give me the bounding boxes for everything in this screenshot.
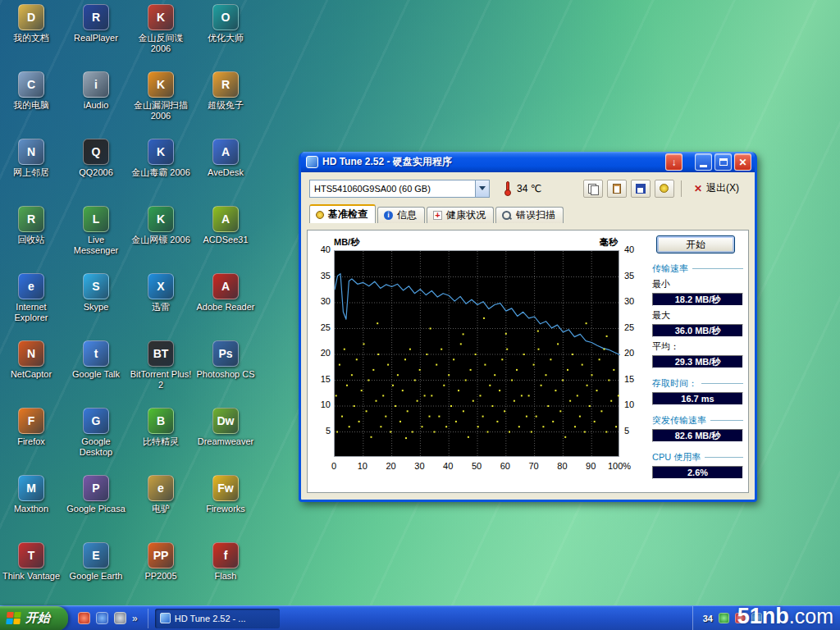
desktop-icon-27[interactable]: O优化大师	[194, 4, 257, 43]
save-button[interactable]	[631, 180, 651, 198]
result-min-value: 18.2 MB/秒	[652, 293, 743, 306]
app-icon: N	[18, 139, 44, 165]
x-tick: 30	[406, 461, 432, 471]
result-max-label: 最大	[652, 309, 743, 322]
desktop-icon-16[interactable]: PGoogle Picasa	[65, 475, 127, 514]
desktop-icon-20[interactable]: K金山毒霸 2006	[130, 139, 192, 178]
window-icon	[306, 156, 318, 168]
window-titlebar[interactable]: HD Tune 2.52 - 硬盘实用程序 ↓ ✕	[301, 152, 755, 172]
desktop-icon-10[interactable]: iiAudio	[65, 71, 127, 111]
desktop-icon-15[interactable]: GGoogle Desktop	[65, 408, 127, 457]
desktop-icon-23[interactable]: BTBitTorrent Plus! 2	[130, 340, 192, 390]
drive-select-value: HTS541060G9SA00 (60 GB)	[310, 184, 475, 194]
desktop-icon-label: NetCaptor	[0, 369, 62, 380]
desktop-icon-21[interactable]: K金山网镖 2006	[130, 206, 192, 245]
app-icon: E	[83, 542, 109, 568]
desktop-icon-19[interactable]: K金山漏洞扫描 2006	[130, 71, 192, 121]
desktop-icon-28[interactable]: R超级兔子	[194, 71, 257, 111]
app-icon: Fw	[212, 475, 239, 501]
app-icon: S	[83, 273, 109, 299]
desktop-icon-label: 我的文档	[0, 33, 62, 43]
desktop-icon-1[interactable]: C我的电脑	[0, 71, 62, 111]
desktop-icon-label: 迅雷	[130, 302, 192, 313]
desktop-icon-label: 金山毒霸 2006	[130, 167, 192, 178]
start-button[interactable]: 开始	[0, 606, 68, 630]
options-icon	[660, 184, 669, 193]
desktop-icon-25[interactable]: e电驴	[130, 475, 192, 514]
floppy-icon	[636, 184, 646, 194]
y-left-tick: 20	[311, 348, 331, 358]
desktop-icon-label: 金山网镖 2006	[130, 235, 192, 245]
desktop-icon-3[interactable]: R回收站	[0, 206, 62, 245]
desktop-icon-18[interactable]: K金山反间谍 2006	[130, 4, 192, 53]
tab-benchmark[interactable]: 基准检查	[309, 204, 376, 223]
quick-launch-chevron-icon[interactable]: »	[132, 613, 138, 624]
desktop-icon-22[interactable]: X迅雷	[130, 273, 192, 313]
tab-label: 健康状况	[446, 208, 486, 222]
tab-health[interactable]: +健康状况	[427, 207, 494, 223]
y-left-tick: 10	[311, 399, 331, 409]
desktop-icon-12[interactable]: LLive Messenger	[65, 206, 127, 255]
desktop-icon-24[interactable]: B比特精灵	[130, 408, 192, 447]
result-min-label: 最小	[652, 278, 743, 290]
desktop-icon-31[interactable]: AAdobe Reader	[194, 273, 257, 313]
desktop-icon-0[interactable]: D我的文档	[0, 4, 62, 43]
desktop-icon-29[interactable]: AAveDesk	[194, 139, 257, 178]
desktop-icon-label: Maxthon	[0, 504, 62, 514]
app-icon: B	[148, 408, 174, 434]
exit-button[interactable]: ✕ 退出(X)	[688, 179, 748, 198]
desktop-icon-5[interactable]: NNetCaptor	[0, 340, 62, 380]
hdtune-task-button[interactable]: HD Tune 2.52 - ...	[155, 609, 280, 628]
app-icon: D	[18, 4, 44, 30]
desktop-icon-32[interactable]: PsPhotoshop CS	[194, 340, 257, 380]
x-tick: 70	[521, 461, 547, 471]
app-icon: R	[18, 206, 44, 232]
app-icon: R	[212, 71, 239, 98]
app-icon: A	[212, 139, 239, 165]
tab-info[interactable]: i信息	[377, 207, 425, 223]
drive-select[interactable]: HTS541060G9SA00 (60 GB)	[309, 180, 490, 198]
app-icon: K	[148, 139, 174, 165]
desktop-icon-label: Google Desktop	[65, 436, 127, 457]
desktop-icon-26[interactable]: PPPP2005	[130, 542, 192, 582]
tray-icon-1[interactable]	[719, 613, 729, 623]
desktop-icon-14[interactable]: tGoogle Talk	[65, 340, 127, 380]
minimize-button[interactable]	[695, 153, 712, 171]
x-tick: 0	[321, 461, 347, 471]
desktop-icon-4[interactable]: eInternet Explorer	[0, 273, 62, 322]
desktop-icon-35[interactable]: fFlash	[194, 542, 257, 582]
copy-text-button[interactable]	[583, 180, 603, 198]
options-button[interactable]	[655, 180, 674, 198]
desktop-icon-33[interactable]: DwDreamweaver	[194, 408, 257, 447]
desktop-icon-11[interactable]: QQQ2006	[65, 139, 127, 178]
tab-label: 基准检查	[328, 208, 368, 221]
y-left-tick: 35	[311, 271, 331, 281]
quick-launch-icon-2[interactable]	[96, 612, 108, 624]
desktop-icon-6[interactable]: FFirefox	[0, 408, 62, 447]
desktop-icon-34[interactable]: FwFireworks	[194, 475, 257, 514]
tab-label: 错误扫描	[516, 208, 555, 222]
quick-launch-icon-3[interactable]	[114, 612, 126, 624]
desktop-icon-2[interactable]: N网上邻居	[0, 139, 62, 178]
results-column: 开始 传输速率最小18.2 MB/秒最大36.0 MB/秒平均：29.3 MB/…	[652, 235, 743, 489]
app-icon: A	[212, 273, 239, 299]
tab-scan[interactable]: 错误扫描	[495, 207, 564, 223]
exit-x-icon: ✕	[694, 183, 702, 194]
copy-image-button[interactable]	[607, 180, 627, 198]
start-benchmark-button[interactable]: 开始	[656, 235, 735, 253]
desktop-icon-7[interactable]: MMaxthon	[0, 475, 62, 514]
app-icon: i	[83, 71, 109, 98]
quick-launch-icon-1[interactable]	[78, 612, 90, 624]
desktop-icon-8[interactable]: TThink Vantage	[0, 542, 62, 582]
desktop-icon-13[interactable]: SSkype	[65, 273, 127, 313]
download-arrow-button[interactable]: ↓	[665, 153, 682, 171]
copy-icon	[588, 184, 598, 194]
dropdown-arrow-icon[interactable]	[475, 180, 489, 197]
app-icon: N	[18, 340, 44, 367]
result-group-title: 存取时间：	[652, 377, 743, 390]
maximize-button[interactable]	[714, 153, 732, 171]
desktop-icon-30[interactable]: AACDSee31	[194, 206, 257, 245]
desktop-icon-9[interactable]: RRealPlayer	[65, 4, 127, 43]
close-button[interactable]: ✕	[734, 153, 751, 171]
desktop-icon-17[interactable]: EGoogle Earth	[65, 542, 127, 582]
